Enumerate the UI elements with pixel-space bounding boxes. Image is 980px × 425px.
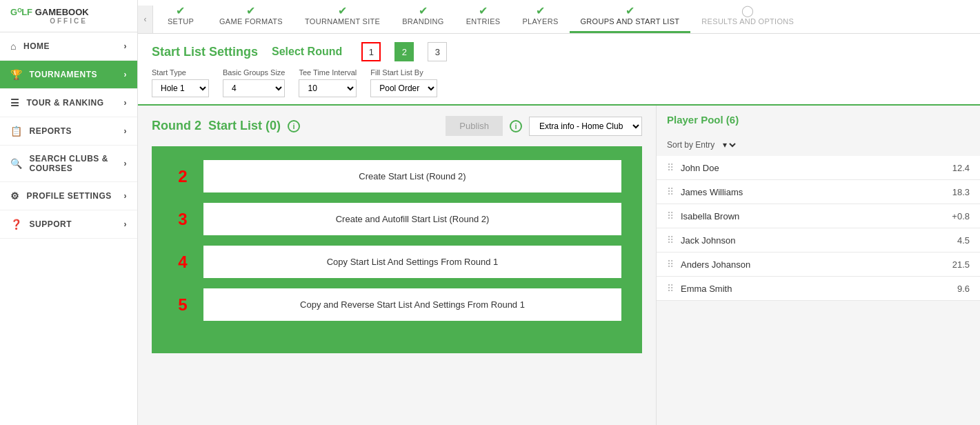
tour-ranking-icon: ☰ [10,97,20,108]
basic-groups-size-select[interactable]: 2 3 4 5 [223,79,285,97]
player-list: ⠿ John Doe 12.4 ⠿ James Williams 18.3 ⠿ … [657,156,980,425]
logo: GᴼLF GAMEBOOK OFFICE [0,0,137,32]
player-name: Anders Johanson [681,259,952,270]
tab-entries[interactable]: ✔ ENTRIES [455,0,512,33]
player-hcp: +0.8 [952,211,970,221]
copy-start-list-button[interactable]: Copy Start List And Settings From Round … [203,246,621,278]
sidebar-item-support[interactable]: ❓ SUPPORT › [0,210,137,239]
tab-results-options-label: RESULTS AND OPTIONS [701,17,794,26]
entries-check-icon: ✔ [479,4,488,17]
list-item[interactable]: ⠿ Isabella Brown +0.8 [657,204,980,228]
tab-players[interactable]: ✔ PLAYERS [511,0,569,33]
settings-title-row: Start List Settings Select Round 1 2 3 [152,42,966,61]
right-panel: Player Pool (6) Sort by Entry ▾ ⠿ John D… [656,106,980,425]
sidebar-item-reports-label: REPORTS [30,126,72,136]
main-panel: Round 2 Start List (0) i Publish i Extra… [138,106,656,425]
sidebar-item-tour-ranking-label: TOUR & RANKING [27,98,104,108]
action-row-2: 2 Create Start List (Round 2) [172,160,621,192]
logo-golf: G [10,7,17,17]
drag-handle-icon: ⠿ [667,162,674,173]
support-arrow-icon: › [124,219,128,229]
sort-select[interactable]: ▾ [720,139,738,150]
basic-groups-size-label: Basic Groups Size [223,68,285,77]
reports-icon: 📋 [10,126,23,137]
select-round-label: Select Round [272,46,342,58]
tab-results-options[interactable]: ◯ RESULTS AND OPTIONS [690,0,805,33]
tab-game-formats[interactable]: ✔ GAME FORMATS [208,0,294,33]
sidebar-item-tour-ranking[interactable]: ☰ TOUR & RANKING › [0,89,137,117]
sidebar-item-search-clubs-label: SEARCH CLUBS & COURSES [30,154,124,173]
drag-handle-icon: ⠿ [667,259,674,270]
player-name: Emma Smith [681,284,957,294]
game-formats-check-icon: ✔ [246,4,255,17]
tab-tournament-site[interactable]: ✔ TOURNAMENT SITE [294,0,391,33]
tab-entries-label: ENTRIES [466,17,501,26]
player-name: Isabella Brown [681,211,952,221]
player-name: John Doe [681,163,952,173]
sort-label: Sort by Entry [667,140,714,150]
sidebar-item-tournaments[interactable]: 🏆 TOURNAMENTS › [0,61,137,89]
publish-info-icon[interactable]: i [510,120,522,132]
create-start-list-button[interactable]: Create Start List (Round 2) [203,160,621,192]
sidebar-item-reports[interactable]: 📋 REPORTS › [0,117,137,146]
tab-branding[interactable]: ✔ BRANDING [391,0,454,33]
tee-time-interval-select[interactable]: 8 9 10 12 15 [299,79,357,97]
tab-setup[interactable]: ✔ SETUP [153,0,208,33]
collapse-button[interactable]: ‹ [138,6,153,33]
action-number-3: 3 [172,210,193,229]
settings-title: Start List Settings [152,45,258,59]
start-type-select[interactable]: Hole 1 Hole 10 Shotgun [152,79,209,97]
sidebar-item-support-label: SUPPORT [30,219,72,229]
extra-info-select[interactable]: Extra info - Home Club Extra info - Hand… [529,117,642,136]
sidebar-item-profile-settings[interactable]: ⚙ PROFILE SETTINGS › [0,182,137,210]
sidebar-item-profile-settings-label: PROFILE SETTINGS [27,191,112,201]
action-row-4: 4 Copy Start List And Settings From Roun… [172,246,621,278]
content-area: Start List Settings Select Round 1 2 3 S… [138,34,980,425]
publish-button[interactable]: Publish [446,116,503,136]
start-list-label: Start List (0) [208,119,281,133]
sidebar-item-home-label: HOME [23,41,50,51]
tour-ranking-arrow-icon: › [124,98,128,108]
round-2-button[interactable]: 2 [394,42,414,61]
tab-game-formats-label: GAME FORMATS [219,17,283,26]
green-action-area: 2 Create Start List (Round 2) 3 Create a… [152,146,642,353]
list-item[interactable]: ⠿ James Williams 18.3 [657,180,980,204]
basic-groups-size-field: Basic Groups Size 2 3 4 5 [223,68,285,97]
player-hcp: 12.4 [952,163,970,173]
start-list-info-icon[interactable]: i [288,120,300,132]
create-autofill-start-list-button[interactable]: Create and Autofill Start List (Round 2) [203,203,621,235]
player-name: Jack Johnson [681,235,957,246]
settings-row: Start Type Hole 1 Hole 10 Shotgun Basic … [152,68,966,104]
round-1-button[interactable]: 1 [361,42,381,61]
tab-setup-label: SETUP [168,17,194,26]
profile-settings-arrow-icon: › [124,191,128,201]
sidebar: GᴼLF GAMEBOOK OFFICE ⌂ HOME › 🏆 TOURNAME… [0,0,138,425]
tab-branding-label: BRANDING [402,17,443,26]
fill-start-list-label: Fill Start List By [370,68,437,77]
list-item[interactable]: ⠿ Jack Johnson 4.5 [657,228,980,253]
search-clubs-arrow-icon: › [124,159,128,168]
start-type-field: Start Type Hole 1 Hole 10 Shotgun [152,68,209,97]
main-content: ‹ ✔ SETUP ✔ GAME FORMATS ✔ TOURNAMENT SI… [138,0,980,425]
tournaments-arrow-icon: › [124,70,128,79]
copy-reverse-start-list-button[interactable]: Copy and Reverse Start List And Settings… [203,288,621,321]
sidebar-item-tournaments-label: TOURNAMENTS [30,70,98,79]
branding-check-icon: ✔ [419,4,428,17]
tab-tournament-site-label: TOURNAMENT SITE [305,17,380,26]
reports-arrow-icon: › [124,126,128,136]
drag-handle-icon: ⠿ [667,283,674,294]
sidebar-item-home[interactable]: ⌂ HOME › [0,32,137,61]
fill-start-list-select[interactable]: Pool Order Handicap Random [370,79,437,97]
list-item[interactable]: ⠿ Anders Johanson 21.5 [657,253,980,277]
list-item[interactable]: ⠿ Emma Smith 9.6 [657,277,980,301]
round-3-button[interactable]: 3 [428,42,447,61]
tab-players-label: PLAYERS [522,17,558,26]
tab-groups-start-list[interactable]: ✔ GROUPS AND START LIST [570,0,691,33]
player-hcp: 21.5 [952,259,970,270]
action-row-5: 5 Copy and Reverse Start List And Settin… [172,288,621,321]
sidebar-nav: ⌂ HOME › 🏆 TOURNAMENTS › ☰ TOUR & RANKIN… [0,32,137,425]
sidebar-item-search-clubs[interactable]: 🔍 SEARCH CLUBS & COURSES › [0,146,137,182]
tee-time-interval-field: Tee Time Interval 8 9 10 12 15 [299,68,357,97]
drag-handle-icon: ⠿ [667,235,674,246]
list-item[interactable]: ⠿ John Doe 12.4 [657,156,980,180]
